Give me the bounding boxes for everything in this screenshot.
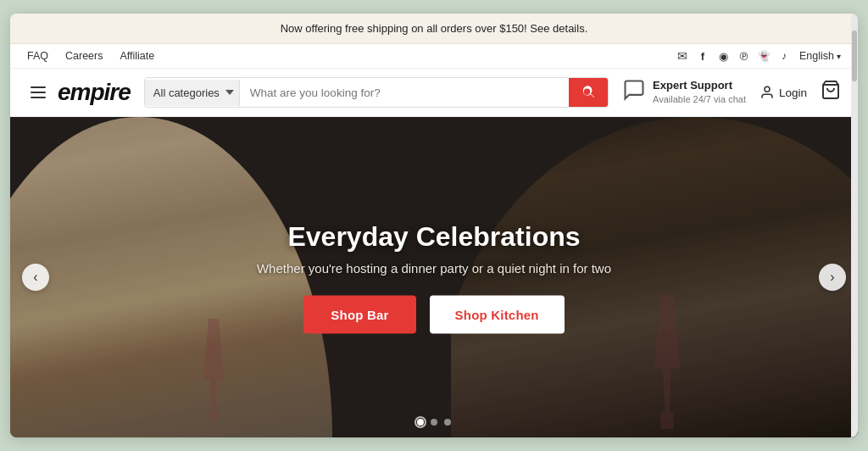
hero-section: Everyday Celebrations Whether you're hos…: [10, 117, 858, 437]
hero-content: Everyday Celebrations Whether you're hos…: [214, 221, 654, 334]
social-icons: ✉ f ◉ ℗ 👻 ♪: [676, 49, 791, 63]
search-input[interactable]: [240, 80, 569, 106]
main-header: empire All categories Bar Kitchen Dining…: [10, 69, 858, 117]
logo-area: empire: [27, 79, 131, 106]
top-nav-right: ✉ f ◉ ℗ 👻 ♪ English ▾: [676, 49, 841, 63]
cart-button[interactable]: [821, 80, 841, 105]
slider-dots: [417, 419, 451, 426]
email-icon[interactable]: ✉: [676, 49, 689, 63]
language-selector[interactable]: English ▾: [799, 50, 841, 62]
facebook-icon[interactable]: f: [696, 49, 709, 63]
hero-next-button[interactable]: ›: [819, 264, 846, 291]
support-area: Expert Support Available 24/7 via chat: [622, 78, 746, 107]
support-sub: Available 24/7 via chat: [653, 93, 746, 105]
snapchat-icon[interactable]: 👻: [757, 49, 771, 63]
dot-1[interactable]: [417, 419, 424, 426]
announcement-text: Now offering free shipping on all orders…: [281, 22, 588, 35]
login-button[interactable]: Login: [760, 85, 807, 100]
affiliate-link[interactable]: Affiliate: [120, 50, 154, 62]
hero-prev-button[interactable]: ‹: [22, 264, 49, 291]
cart-icon: [821, 80, 841, 100]
search-button[interactable]: [569, 78, 608, 107]
support-text: Expert Support Available 24/7 via chat: [653, 79, 746, 105]
tiktok-icon[interactable]: ♪: [777, 49, 791, 63]
category-select[interactable]: All categories Bar Kitchen Dining Access…: [145, 80, 240, 106]
top-nav: FAQ Careers Affiliate ✉ f ◉ ℗ 👻 ♪ Englis…: [10, 44, 858, 69]
faq-link[interactable]: FAQ: [27, 50, 48, 62]
header-actions: Login: [760, 80, 841, 105]
hero-subtitle: Whether you're hosting a dinner party or…: [214, 261, 654, 276]
shop-bar-button[interactable]: Shop Bar: [303, 296, 415, 334]
scrollbar[interactable]: [851, 14, 858, 437]
hero-buttons: Shop Bar Shop Kitchen: [214, 296, 654, 334]
chevron-down-icon: ▾: [837, 52, 841, 61]
instagram-icon[interactable]: ◉: [716, 49, 730, 63]
search-bar: All categories Bar Kitchen Dining Access…: [144, 77, 609, 108]
dot-2[interactable]: [431, 419, 437, 426]
careers-link[interactable]: Careers: [65, 50, 103, 62]
dot-3[interactable]: [444, 419, 451, 426]
shop-kitchen-button[interactable]: Shop Kitchen: [430, 296, 565, 334]
scrollbar-thumb[interactable]: [852, 31, 857, 81]
hamburger-menu[interactable]: [27, 83, 49, 102]
user-icon: [760, 85, 775, 100]
svg-point-0: [765, 86, 770, 92]
top-nav-links: FAQ Careers Affiliate: [27, 50, 154, 62]
support-main: Expert Support: [653, 79, 746, 93]
logo[interactable]: empire: [58, 79, 131, 106]
search-icon: [581, 85, 596, 100]
chat-icon: [622, 78, 646, 107]
hero-title: Everyday Celebrations: [214, 221, 654, 253]
announcement-bar: Now offering free shipping on all orders…: [10, 14, 858, 44]
pinterest-icon[interactable]: ℗: [737, 49, 750, 63]
